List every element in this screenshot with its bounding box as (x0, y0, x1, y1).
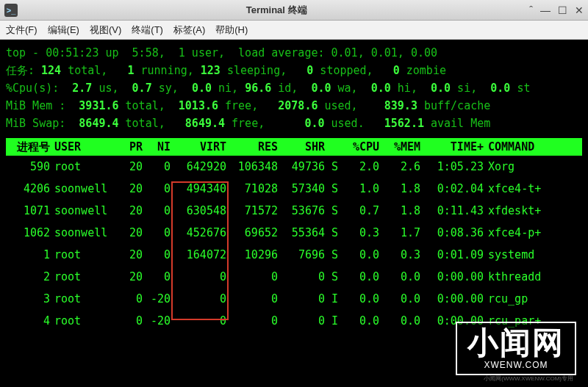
cell-pr: 20 (110, 158, 143, 176)
process-row: 4206soonwell2004943407102857340S1.01.80:… (6, 178, 582, 200)
cell-virt: 0 (171, 268, 226, 286)
cell-virt: 642920 (171, 158, 226, 176)
cell-pr: 20 (110, 202, 143, 220)
minimize-icon[interactable]: — (540, 4, 551, 16)
cell-ni: 0 (143, 158, 171, 176)
rollup-icon[interactable]: ˆ (529, 4, 533, 16)
cell-ni: 0 (143, 202, 171, 220)
terminal-output[interactable]: top - 00:51:23 up 5:58, 1 user, load ave… (0, 40, 588, 387)
cell-res: 0 (226, 312, 278, 330)
cell-cpu: 2.0 (338, 158, 379, 176)
cell-user: root (50, 158, 110, 176)
process-row: 1071soonwell2006305487157253676S0.71.80:… (6, 200, 582, 222)
cell-virt: 494340 (171, 180, 226, 198)
cell-cmd: systemd (484, 246, 582, 264)
col-cmd: COMMAND (484, 138, 582, 156)
cell-pr: 20 (110, 224, 143, 242)
menu-tabs[interactable]: 标签(A) (173, 23, 205, 37)
cell-ni: 0 (143, 224, 171, 242)
menu-terminal[interactable]: 终端(T) (132, 23, 163, 37)
cell-s: S (325, 268, 338, 286)
col-virt: VIRT (171, 138, 226, 156)
cell-cmd: xfdeskt+ (484, 202, 582, 220)
top-cpu-line: %Cpu(s): 2.7 us, 0.7 sy, 0.0 ni, 96.6 id… (6, 79, 582, 97)
cell-res: 71572 (226, 202, 278, 220)
menu-edit[interactable]: 编辑(E) (48, 23, 79, 37)
cell-s: S (325, 202, 338, 220)
top-swap-line: MiB Swap: 8649.4 total, 8649.4 free, 0.0… (6, 115, 582, 132)
cell-ni: 0 (143, 180, 171, 198)
col-user: USER (50, 138, 110, 156)
cell-user: soonwell (50, 180, 110, 198)
cell-cpu: 1.0 (338, 180, 379, 198)
watermark-text: 小闻网 (467, 328, 564, 358)
cell-cmd: Xorg (484, 158, 582, 176)
cell-mem: 0.3 (379, 246, 420, 264)
process-header-row: 进程号 USER PR NI VIRT RES SHR %CPU %MEM TI… (6, 138, 582, 156)
cell-cpu: 0.7 (338, 202, 379, 220)
col-cpu: %CPU (338, 138, 379, 156)
cell-pr: 20 (110, 180, 143, 198)
cell-mem: 2.6 (379, 158, 420, 176)
cell-pid: 1071 (6, 202, 50, 220)
window-titlebar: >_ Terminal 终端 ˆ — ☐ ✕ (0, 0, 588, 21)
watermark-sub: 小闻网(WWW.XWENW.COM)专用 (484, 375, 573, 384)
cell-shr: 55364 (278, 224, 325, 242)
cell-shr: 0 (278, 268, 325, 286)
cell-res: 71028 (226, 180, 278, 198)
cell-shr: 0 (278, 290, 325, 308)
cell-s: S (325, 224, 338, 242)
cell-pid: 3 (6, 290, 50, 308)
cell-pid: 1062 (6, 224, 50, 242)
cell-cmd: kthreadd (484, 268, 582, 286)
close-icon[interactable]: ✕ (575, 4, 584, 16)
cell-res: 10296 (226, 246, 278, 264)
col-pid: 进程号 (6, 138, 50, 156)
cell-user: root (50, 246, 110, 264)
col-time: TIME+ (420, 138, 484, 156)
cell-s: S (325, 246, 338, 264)
col-pr: PR (110, 138, 143, 156)
cell-pid: 4 (6, 312, 50, 330)
cell-user: root (50, 312, 110, 330)
cell-ni: -20 (143, 290, 171, 308)
cell-pid: 4206 (6, 180, 50, 198)
cell-cpu: 0.0 (338, 312, 379, 330)
cell-cpu: 0.0 (338, 246, 379, 264)
process-row: 1062soonwell2004526766965255364S0.31.70:… (6, 222, 582, 244)
cell-virt: 630548 (171, 202, 226, 220)
cell-mem: 0.0 (379, 268, 420, 286)
top-uptime-line: top - 00:51:23 up 5:58, 1 user, load ave… (6, 44, 582, 62)
cell-pr: 0 (110, 312, 143, 330)
cell-time: 0:00.00 (420, 268, 484, 286)
cell-cpu: 0.0 (338, 290, 379, 308)
cell-virt: 452676 (171, 224, 226, 242)
col-shr: SHR (278, 138, 325, 156)
cell-pr: 20 (110, 268, 143, 286)
menu-view[interactable]: 视图(V) (90, 23, 121, 37)
maximize-icon[interactable]: ☐ (558, 4, 567, 16)
cell-user: soonwell (50, 202, 110, 220)
cell-cpu: 0.3 (338, 224, 379, 242)
cell-res: 106348 (226, 158, 278, 176)
cell-pr: 0 (110, 290, 143, 308)
process-row: 590root20064292010634849736S2.02.61:05.2… (6, 156, 582, 178)
cell-time: 0:01.09 (420, 246, 484, 264)
col-ni: NI (143, 138, 171, 156)
cell-shr: 57340 (278, 180, 325, 198)
cell-virt: 0 (171, 312, 226, 330)
menu-file[interactable]: 文件(F) (6, 23, 37, 37)
cell-res: 0 (226, 268, 278, 286)
process-list: 590root20064292010634849736S2.02.61:05.2… (6, 156, 582, 332)
process-row: 1root200164072102967696S0.00.30:01.09sys… (6, 244, 582, 266)
cell-virt: 164072 (171, 246, 226, 264)
watermark-url: XWENW.COM (467, 358, 564, 372)
process-row: 2root200000S0.00.00:00.00kthreadd (6, 266, 582, 288)
cell-pr: 20 (110, 246, 143, 264)
cell-time: 0:00.00 (420, 290, 484, 308)
cell-time: 1:05.23 (420, 158, 484, 176)
watermark: 小闻网 XWENW.COM (456, 322, 576, 375)
top-mem-line: MiB Mem : 3931.6 total, 1013.6 free, 207… (6, 97, 582, 115)
cell-time: 0:11.43 (420, 202, 484, 220)
menu-help[interactable]: 帮助(H) (215, 23, 248, 37)
